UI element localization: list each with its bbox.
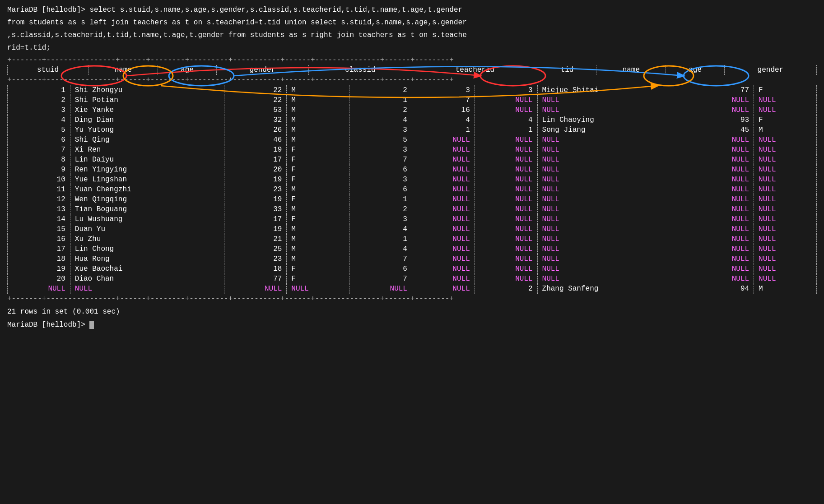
table-cell: 3 <box>349 175 412 185</box>
table-cell: 25 <box>224 244 287 254</box>
col-tid: tid <box>538 65 596 75</box>
table-cell: Xue Baochai <box>70 264 224 274</box>
table-cell: 3 <box>349 125 412 135</box>
table-cell: 3 <box>412 85 475 95</box>
table-cell: NULL <box>349 284 412 294</box>
table-cell: NULL <box>475 194 537 204</box>
table-cell: Lin Chaoying <box>537 115 691 125</box>
table-cell: F <box>287 214 349 224</box>
table-cell: 16 <box>8 234 70 244</box>
table-cell: NULL <box>754 274 817 284</box>
table-cell: NULL <box>691 185 754 194</box>
table-cell: 20 <box>8 274 70 284</box>
table-cell: NULL <box>412 155 475 165</box>
table-cell: 1 <box>8 85 70 95</box>
col-age1: age <box>158 65 216 75</box>
table-cell: 7 <box>349 274 412 284</box>
table-cell: M <box>287 95 349 105</box>
table-cell: 7 <box>349 254 412 264</box>
table-row: 9 Ren Yingying 20 F 6 NULL NULL NULL NUL… <box>8 165 817 175</box>
table-cell: NULL <box>412 234 475 244</box>
table-cell: 1 <box>349 95 412 105</box>
table-cell: NULL <box>412 204 475 214</box>
table-cell: NULL <box>754 185 817 194</box>
table-cell: NULL <box>754 95 817 105</box>
table-cell: Ren Yingying <box>70 165 224 175</box>
table-cell: 5 <box>8 125 70 135</box>
table-cell: Xi Ren <box>70 145 224 155</box>
table-cell: Shi Zhongyu <box>70 85 224 95</box>
table-cell: NULL <box>537 224 691 234</box>
table-cell: NULL <box>537 155 691 165</box>
col-teacherid: teacherid <box>412 65 538 75</box>
table-cell: NULL <box>412 274 475 284</box>
table-cell: Diao Chan <box>70 274 224 284</box>
table-cell: 6 <box>8 135 70 145</box>
table-cell: F <box>287 165 349 175</box>
table-cell: NULL <box>754 175 817 185</box>
table-cell: 26 <box>224 125 287 135</box>
table-cell: NULL <box>475 95 537 105</box>
table-row: 11 Yuan Chengzhi 23 M 6 NULL NULL NULL N… <box>8 185 817 194</box>
query-text-2: from students as s left join teachers as… <box>7 17 817 28</box>
table-cell: NULL <box>754 204 817 214</box>
table-cell: NULL <box>691 145 754 155</box>
table-cell: 4 <box>475 115 537 125</box>
table-cell: 3 <box>349 145 412 155</box>
table-cell: NULL <box>224 284 287 294</box>
table-cell: 2 <box>349 105 412 115</box>
table-row: 18 Hua Rong 23 M 7 NULL NULL NULL NULL N… <box>8 254 817 264</box>
table-cell: 3 <box>349 214 412 224</box>
table-cell: NULL <box>691 214 754 224</box>
cursor <box>89 321 94 329</box>
table-cell: F <box>287 264 349 274</box>
table-cell: Tian Boguang <box>70 204 224 214</box>
table-cell: M <box>287 234 349 244</box>
table-cell: NULL <box>412 135 475 145</box>
result-table-body: 1 Shi Zhongyu 22 M 2 3 3 Miejue Shitai 7… <box>7 85 817 294</box>
table-cell: 6 <box>349 264 412 274</box>
table-cell: NULL <box>691 244 754 254</box>
table-cell: 9 <box>8 165 70 175</box>
table-cell: NULL <box>412 145 475 155</box>
table-cell: NULL <box>412 284 475 294</box>
table-cell: NULL <box>537 264 691 274</box>
table-cell: NULL <box>691 234 754 244</box>
table-cell: NULL <box>475 165 537 175</box>
table-cell: 1 <box>412 125 475 135</box>
col-gender1: gender <box>216 65 308 75</box>
separator-top: +-------+----------------+------+-------… <box>7 55 817 65</box>
table-cell: M <box>287 125 349 135</box>
table-cell: NULL <box>691 204 754 214</box>
table-cell: 4 <box>349 115 412 125</box>
query-text-4: rid=t.tid; <box>7 42 817 53</box>
table-cell: 7 <box>412 95 475 105</box>
table-cell: Song Jiang <box>537 125 691 135</box>
table-cell: NULL <box>287 284 349 294</box>
table-cell: NULL <box>412 244 475 254</box>
table-cell: NULL <box>691 135 754 145</box>
table-cell: NULL <box>412 165 475 175</box>
col-name2: name <box>596 65 666 75</box>
table-cell: Lin Daiyu <box>70 155 224 165</box>
table-cell: Miejue Shitai <box>537 85 691 95</box>
table-row: 4 Ding Dian 32 M 4 4 4 Lin Chaoying 93 F <box>8 115 817 125</box>
table-cell: NULL <box>412 254 475 264</box>
table-cell: NULL <box>475 274 537 284</box>
table-cell: 1 <box>475 125 537 135</box>
table-cell: NULL <box>537 204 691 214</box>
table-cell: 12 <box>8 194 70 204</box>
table-cell: 22 <box>224 95 287 105</box>
table-cell: NULL <box>537 254 691 264</box>
table-cell: M <box>287 254 349 264</box>
table-cell: NULL <box>412 224 475 234</box>
table-cell: NULL <box>475 244 537 254</box>
prompt-line: MariaDB [hellodb]> <box>7 321 817 329</box>
table-cell: NULL <box>754 194 817 204</box>
table-cell: 18 <box>224 264 287 274</box>
table-cell: F <box>287 274 349 284</box>
table-cell: 45 <box>691 125 754 135</box>
table-cell: 18 <box>8 254 70 264</box>
table-cell: Ding Dian <box>70 115 224 125</box>
table-row: 6 Shi Qing 46 M 5 NULL NULL NULL NULL NU… <box>8 135 817 145</box>
